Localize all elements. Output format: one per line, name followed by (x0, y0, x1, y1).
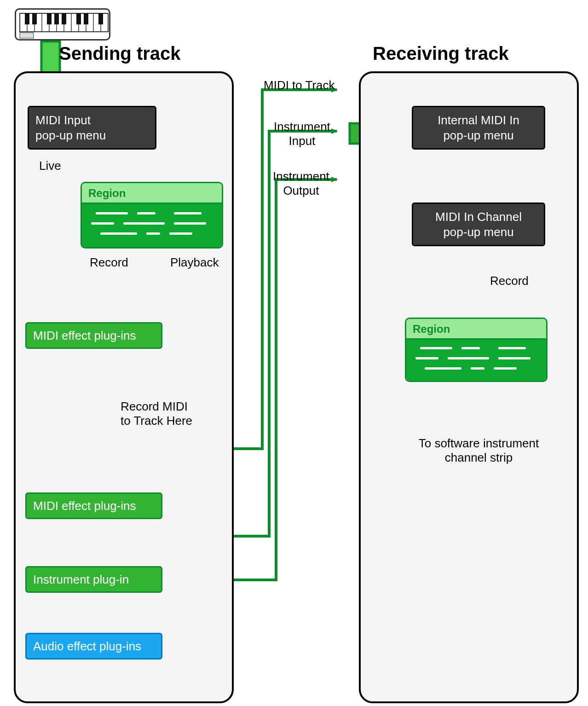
text-internal-midi-in: Internal MIDI In pop-up menu (438, 113, 519, 143)
region-receiving: Region (405, 318, 548, 382)
box-audio-fx: Audio effect plug-ins (25, 633, 162, 660)
label-record: Record (90, 255, 128, 270)
region-head-sending: Region (82, 183, 222, 204)
svg-rect-13 (32, 13, 37, 24)
box-midi-fx-1: MIDI effect plug-ins (25, 322, 162, 349)
region-head-receiving: Region (406, 319, 546, 340)
svg-rect-19 (98, 13, 103, 24)
svg-rect-18 (84, 13, 88, 24)
label-to-channel-strip: To software instrument channel strip (409, 436, 549, 465)
title-sending: Sending track (59, 43, 181, 64)
region-body-sending (82, 204, 222, 248)
box-internal-midi-in: Internal MIDI In pop-up menu (412, 106, 545, 150)
label-playback: Playback (170, 255, 219, 270)
box-midi-in-channel: MIDI In Channel pop-up menu (412, 203, 545, 246)
panel-receiving (359, 71, 579, 703)
label-live: Live (39, 159, 61, 173)
box-midi-fx-2: MIDI effect plug-ins (25, 492, 162, 519)
svg-rect-16 (62, 13, 66, 24)
text-midi-input-menu: MIDI Input pop-up menu (35, 113, 106, 143)
text-audio-fx: Audio effect plug-ins (33, 639, 141, 654)
label-instrument-input: Instrument Input (274, 120, 330, 148)
text-instrument-plugin: Instrument plug-in (33, 572, 129, 587)
label-midi-to-track: MIDI to Track (264, 78, 335, 93)
svg-rect-14 (47, 13, 52, 24)
svg-rect-15 (54, 13, 59, 24)
region-sending: Region (81, 182, 223, 249)
svg-rect-12 (25, 13, 29, 24)
label-instrument-output: Instrument Output (273, 169, 329, 198)
keyboard-icon (15, 8, 110, 41)
title-receiving: Receiving track (373, 43, 509, 64)
box-midi-input-menu: MIDI Input pop-up menu (28, 106, 156, 150)
text-midi-in-channel: MIDI In Channel pop-up menu (435, 209, 522, 239)
svg-rect-20 (20, 33, 34, 38)
label-record-here: Record MIDI to Track Here (121, 399, 192, 428)
box-instrument-plugin: Instrument plug-in (25, 566, 162, 593)
region-body-receiving (406, 340, 546, 381)
svg-rect-17 (76, 13, 81, 24)
text-midi-fx-1: MIDI effect plug-ins (33, 328, 136, 343)
text-midi-fx-2: MIDI effect plug-ins (33, 498, 136, 514)
label-receiving-record: Record (490, 274, 529, 288)
